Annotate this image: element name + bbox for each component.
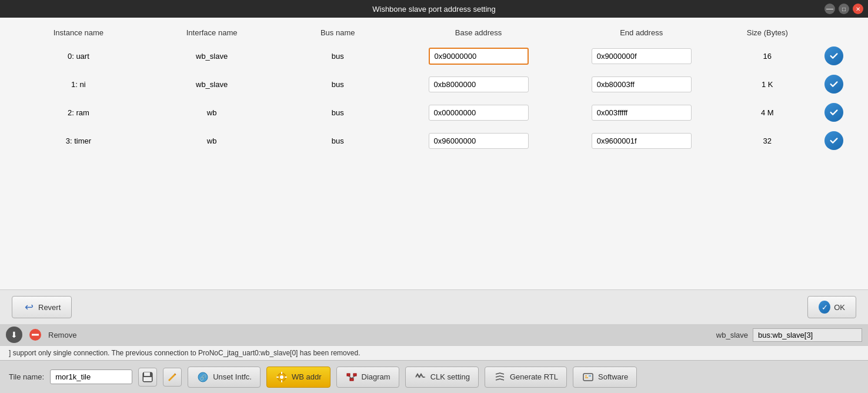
diagram-button[interactable]: Diagram: [336, 367, 399, 388]
check-cell: [812, 70, 856, 98]
svg-point-10: [280, 375, 283, 379]
pencil-icon: [167, 372, 178, 382]
revert-icon: ↩: [23, 301, 35, 313]
size-cell: 16: [723, 42, 812, 70]
unset-intfc-label: Unset Intfc.: [213, 372, 252, 381]
end-address-cell: [560, 126, 723, 155]
bus-name-cell: bus: [278, 42, 397, 70]
rtl-icon-svg: [494, 371, 506, 383]
svg-rect-4: [143, 377, 152, 381]
bus-name-cell: bus: [278, 70, 397, 98]
software-label: Software: [598, 372, 628, 381]
size-cell: 1 K: [723, 70, 812, 98]
interface-name-cell: wb: [145, 126, 279, 155]
end-address-input[interactable]: [592, 105, 692, 121]
base-address-input[interactable]: [429, 48, 529, 65]
diagram-label: Diagram: [362, 372, 390, 381]
save-icon: [142, 372, 153, 382]
wb-addr-icon: [275, 371, 288, 384]
clk-setting-button[interactable]: CLK setting: [405, 367, 479, 388]
svg-line-18: [348, 376, 352, 378]
size-cell: 32: [723, 126, 812, 155]
dialog-content: Instance name Interface name Bus name Ba…: [0, 18, 868, 324]
end-address-cell: [560, 70, 723, 98]
instance-name-cell: 0: uart: [12, 42, 145, 70]
base-address-input[interactable]: [429, 133, 529, 149]
maximize-button[interactable]: □: [839, 4, 849, 14]
generate-rtl-button[interactable]: Generate RTL: [485, 367, 567, 388]
status-bar: ] support only single connection. The pr…: [0, 345, 868, 360]
apply-check-button[interactable]: [824, 103, 843, 122]
unset-intfc-button[interactable]: 🔗 Unset Intfc.: [188, 367, 261, 388]
software-icon: [582, 371, 595, 384]
bus-name-cell: bus: [278, 98, 397, 126]
interface-name-cell: wb_slave: [145, 42, 279, 70]
remove-icon-button[interactable]: [27, 327, 44, 343]
table-row: 2: ramwbbus4 M: [12, 98, 856, 126]
svg-rect-12: [281, 380, 282, 382]
apply-check-button[interactable]: [824, 75, 843, 94]
pencil-icon-button[interactable]: [163, 368, 182, 387]
ok-label: OK: [834, 303, 845, 312]
col-end-address: End address: [560, 24, 723, 42]
bus-name-cell: bus: [278, 126, 397, 155]
clk-setting-label: CLK setting: [430, 372, 470, 381]
software-icon-svg: [582, 371, 594, 383]
diagram-icon-svg: [346, 371, 358, 383]
svg-marker-5: [168, 374, 176, 381]
revert-button[interactable]: ↩ Revert: [12, 296, 72, 318]
button-row: ↩ Revert ✓ OK: [0, 289, 868, 324]
bottom-toolbar: ⬇ Remove wb_slave: [0, 324, 868, 345]
end-address-cell: [560, 98, 723, 126]
gear-icon: [276, 371, 288, 383]
table-row: 1: niwb_slavebus1 K: [12, 70, 856, 98]
bus-wb-slave-input[interactable]: [753, 328, 862, 342]
apply-check-button[interactable]: [824, 46, 843, 65]
svg-rect-17: [350, 378, 353, 381]
footer-toolbar: Tile name: 🔗 Unset Intfc.: [0, 360, 868, 393]
base-address-cell: [397, 126, 560, 155]
apply-check-button[interactable]: [824, 131, 843, 150]
instance-name-cell: 1: ni: [12, 70, 145, 98]
diagram-icon: [345, 371, 358, 384]
instance-name-cell: 2: ram: [12, 98, 145, 126]
base-address-input[interactable]: [429, 76, 529, 92]
unset-intfc-icon: 🔗: [196, 371, 209, 384]
end-address-input[interactable]: [592, 76, 692, 92]
down-arrows-button[interactable]: ⬇: [6, 327, 22, 343]
revert-label: Revert: [38, 303, 61, 312]
check-cell: [812, 126, 856, 155]
base-address-cell: [397, 70, 560, 98]
tile-name-input[interactable]: [50, 369, 132, 384]
svg-rect-16: [353, 374, 356, 376]
software-button[interactable]: Software: [573, 367, 637, 388]
size-cell: 4 M: [723, 98, 812, 126]
title-bar: Wishbone slave port address setting — □ …: [0, 0, 868, 18]
tile-name-label: Tile name:: [9, 372, 44, 381]
remove-circle-icon: [29, 328, 42, 341]
col-check: [812, 24, 856, 42]
end-address-input[interactable]: [592, 48, 692, 64]
wb-addr-label: WB addr: [292, 372, 322, 381]
svg-text:🔗: 🔗: [199, 374, 207, 381]
base-address-input[interactable]: [429, 105, 529, 121]
save-icon-button[interactable]: [138, 368, 157, 387]
interface-name-cell: wb_slave: [145, 70, 279, 98]
svg-rect-21: [583, 374, 593, 381]
col-instance-name: Instance name: [12, 24, 145, 42]
clock-icon: [415, 371, 426, 383]
minimize-button[interactable]: —: [824, 4, 835, 14]
ok-button[interactable]: ✓ OK: [807, 296, 856, 318]
remove-label: Remove: [48, 331, 76, 339]
base-address-cell: [397, 42, 560, 70]
wb-addr-button[interactable]: WB addr: [266, 367, 330, 388]
svg-rect-14: [285, 377, 287, 378]
end-address-input[interactable]: [592, 133, 692, 149]
svg-rect-15: [347, 374, 350, 376]
generate-rtl-icon: [493, 371, 506, 384]
svg-rect-3: [144, 372, 150, 376]
window-title: Wishbone slave port address setting: [372, 5, 496, 14]
end-address-cell: [560, 42, 723, 70]
svg-rect-11: [281, 372, 282, 374]
close-button[interactable]: ✕: [853, 4, 863, 14]
